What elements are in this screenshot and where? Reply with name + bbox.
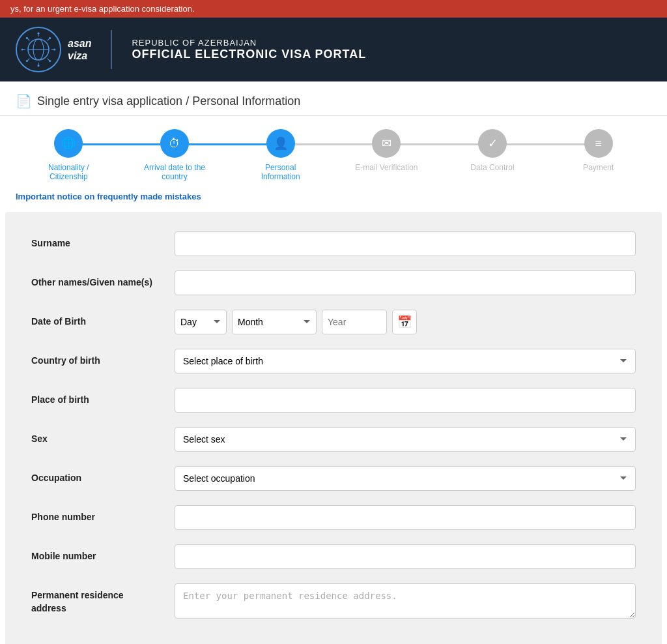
- logo: asan viza: [16, 27, 91, 72]
- surname-label: Surname: [31, 237, 175, 250]
- person-icon: 👤: [274, 136, 288, 151]
- page-title: 📄 Single entry visa application / Person…: [0, 81, 667, 116]
- svg-point-14: [53, 48, 55, 50]
- surname-field: [175, 231, 636, 256]
- check-icon: ✓: [488, 136, 498, 151]
- step-4-circle: ✉: [372, 129, 401, 158]
- mobile-field: [175, 544, 636, 569]
- sex-row: Sex Select sex Male Female: [31, 427, 636, 452]
- svg-point-13: [21, 48, 23, 50]
- calendar-button[interactable]: 📅: [392, 310, 417, 334]
- notice-link[interactable]: Important notice on frequently made mist…: [0, 188, 667, 212]
- step-6-label: Payment: [583, 163, 614, 172]
- sex-field: Select sex Male Female: [175, 427, 636, 452]
- header: asan viza REPUBLIC OF AZERBAIJAN OFFICIA…: [0, 18, 667, 81]
- step-3-label: Personal Information: [248, 163, 313, 181]
- step-arrival[interactable]: ⏱ Arrival date to thecountry: [122, 129, 228, 181]
- address-label: Permanent residenceaddress: [31, 589, 175, 615]
- email-icon: ✉: [382, 136, 391, 151]
- step-payment[interactable]: ≡ Payment: [545, 129, 651, 172]
- header-divider: [111, 30, 112, 69]
- dob-year-input[interactable]: [322, 310, 387, 334]
- step-4-label: E-mail Verification: [355, 163, 418, 172]
- phone-row: Phone number: [31, 505, 636, 530]
- dob-label: Date of Birth: [31, 315, 175, 329]
- surname-row: Surname: [31, 231, 636, 256]
- step-2-label: Arrival date to thecountry: [144, 163, 205, 181]
- svg-line-9: [48, 38, 50, 40]
- occupation-field: Select occupation: [175, 466, 636, 491]
- svg-line-10: [27, 59, 29, 61]
- step-5-circle: ✓: [478, 129, 507, 158]
- logo-icon: [16, 27, 61, 72]
- svg-point-12: [37, 65, 39, 66]
- stepper: 🌐 Nationality /Citizenship ⏱ Arrival dat…: [0, 116, 667, 188]
- step-1-circle: 🌐: [54, 129, 83, 158]
- occupation-label: Occupation: [31, 472, 175, 485]
- logo-name: asan viza: [68, 37, 91, 62]
- step-6-circle: ≡: [584, 129, 613, 158]
- place-of-birth-input[interactable]: [175, 388, 636, 413]
- calendar-icon: 📅: [397, 315, 412, 329]
- step-5-label: Data Control: [470, 163, 514, 172]
- phone-label: Phone number: [31, 511, 175, 524]
- surname-input[interactable]: [175, 231, 636, 256]
- form-container: Surname Other names/Given name(s) Date o…: [5, 212, 662, 644]
- given-names-field: [175, 271, 636, 295]
- country-of-birth-label: Country of birth: [31, 355, 175, 368]
- sex-select[interactable]: Select sex Male Female: [175, 427, 636, 452]
- given-names-label: Other names/Given name(s): [31, 276, 175, 289]
- header-title: REPUBLIC OF AZERBAIJAN OFFICIAL ELECTRON…: [132, 38, 366, 61]
- top-banner: ys, for an urgent e-visa application con…: [0, 0, 667, 18]
- svg-point-16: [49, 60, 51, 62]
- occupation-select[interactable]: Select occupation: [175, 466, 636, 491]
- step-2-circle: ⏱: [160, 129, 189, 158]
- place-of-birth-field: [175, 388, 636, 413]
- occupation-row: Occupation Select occupation: [31, 466, 636, 491]
- dob-field: Day Month January February March April M…: [175, 310, 636, 334]
- document-icon: 📄: [16, 93, 32, 109]
- svg-point-15: [26, 37, 28, 39]
- payment-icon: ≡: [595, 137, 602, 151]
- place-of-birth-label: Place of birth: [31, 394, 175, 407]
- given-names-input[interactable]: [175, 271, 636, 295]
- step-1-label: Nationality /Citizenship: [48, 163, 89, 181]
- phone-field: [175, 505, 636, 530]
- mobile-input[interactable]: [175, 544, 636, 569]
- dob-row: Date of Birth Day Month January February…: [31, 310, 636, 334]
- step-3-circle: 👤: [266, 129, 295, 158]
- svg-line-7: [27, 38, 29, 40]
- svg-point-18: [26, 60, 28, 62]
- dob-month-select[interactable]: Month January February March April May J…: [232, 310, 317, 334]
- mobile-label: Mobile number: [31, 550, 175, 563]
- place-of-birth-row: Place of birth: [31, 388, 636, 413]
- mobile-row: Mobile number: [31, 544, 636, 569]
- step-nationality[interactable]: 🌐 Nationality /Citizenship: [16, 129, 122, 181]
- step-email[interactable]: ✉ E-mail Verification: [334, 129, 440, 172]
- address-textarea[interactable]: [175, 583, 636, 619]
- address-row: Permanent residenceaddress: [31, 583, 636, 621]
- svg-line-8: [48, 59, 50, 61]
- clock-icon: ⏱: [169, 137, 180, 151]
- country-of-birth-select[interactable]: Select place of birth: [175, 349, 636, 373]
- svg-point-17: [49, 37, 51, 39]
- step-data-control[interactable]: ✓ Data Control: [440, 129, 546, 172]
- svg-point-11: [37, 33, 39, 35]
- globe-icon: 🌐: [61, 136, 76, 151]
- step-personal[interactable]: 👤 Personal Information: [227, 129, 334, 181]
- sex-label: Sex: [31, 433, 175, 446]
- given-names-row: Other names/Given name(s): [31, 271, 636, 295]
- country-of-birth-field: Select place of birth: [175, 349, 636, 373]
- address-field: [175, 583, 636, 621]
- country-of-birth-row: Country of birth Select place of birth: [31, 349, 636, 373]
- dob-day-select[interactable]: Day: [175, 310, 227, 334]
- phone-input[interactable]: [175, 505, 636, 530]
